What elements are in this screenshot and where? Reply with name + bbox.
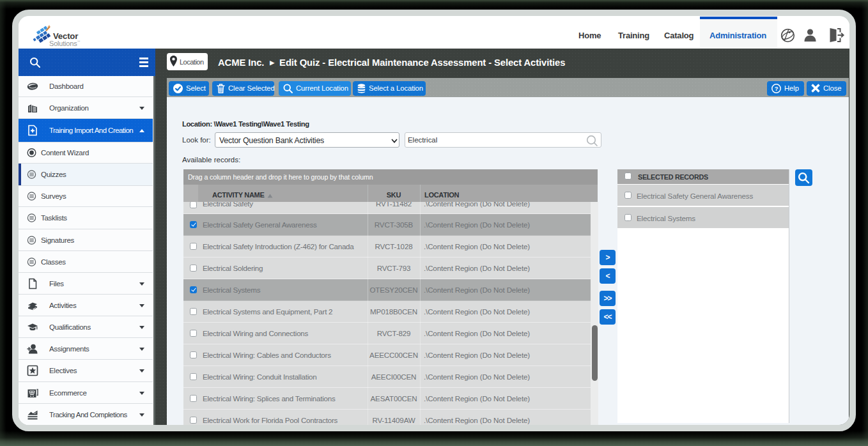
- svg-text:?: ?: [775, 85, 779, 92]
